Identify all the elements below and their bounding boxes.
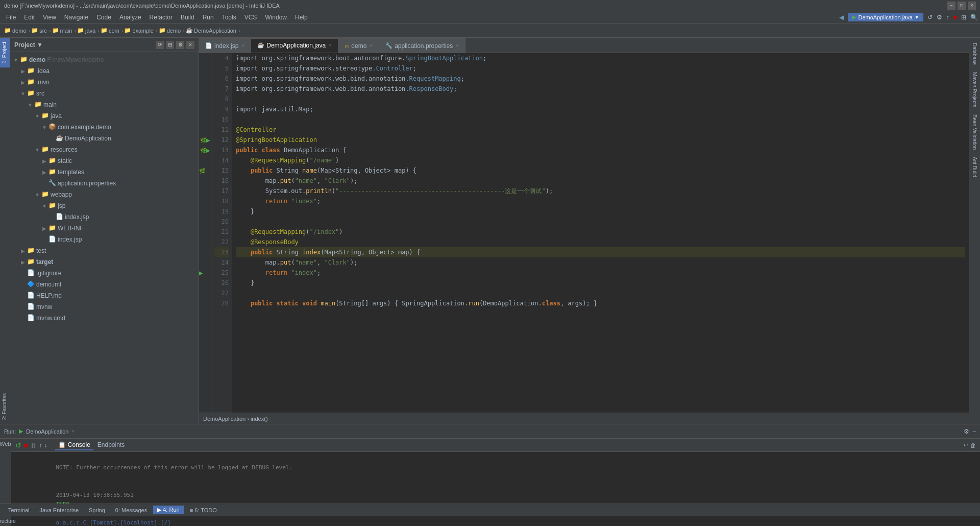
- right-tab-maven[interactable]: Maven Projects: [971, 69, 978, 110]
- tab-close-demoapplication[interactable]: ×: [329, 42, 332, 48]
- run-app-name[interactable]: DemoApplication: [26, 428, 68, 435]
- breadcrumb-src[interactable]: src: [39, 28, 47, 34]
- breadcrumb-demopkg[interactable]: demo: [167, 28, 181, 34]
- menu-vcs[interactable]: VCS: [240, 13, 261, 22]
- tree-item-demo[interactable]: ▼ 📁 demo F:\newMywork\demo: [10, 54, 199, 65]
- tree-item-target[interactable]: ▶ 📁 target: [10, 256, 199, 268]
- tab-close-demo[interactable]: ×: [370, 43, 373, 49]
- menu-navigate[interactable]: Navigate: [60, 13, 92, 22]
- tree-item-demo-iml[interactable]: 🔷 demo.iml: [10, 279, 199, 290]
- tree-item-idea[interactable]: ▶ 📁 .idea: [10, 65, 199, 77]
- menu-help[interactable]: Help: [291, 13, 312, 22]
- settings-run-icon[interactable]: ⚙: [964, 428, 969, 435]
- title-bar-buttons[interactable]: − □ ×: [947, 2, 976, 10]
- tree-item-appprops[interactable]: 🔧 application.properties: [10, 178, 199, 189]
- tab-endpoints[interactable]: Endpoints: [94, 440, 128, 450]
- close-button[interactable]: ×: [968, 2, 976, 10]
- tab-close-index-jsp[interactable]: ×: [241, 43, 244, 49]
- tree-item-static[interactable]: ▶ 📁 static: [10, 155, 199, 166]
- menu-build[interactable]: Build: [177, 13, 199, 22]
- breadcrumb-main[interactable]: main: [60, 28, 72, 34]
- menu-code[interactable]: Code: [92, 13, 115, 22]
- right-tab-database[interactable]: Database: [971, 40, 978, 68]
- run-app-icon[interactable]: ▶: [19, 428, 23, 435]
- maximize-button[interactable]: □: [958, 2, 966, 10]
- tree-item-webapp[interactable]: ▼ 📁 webapp: [10, 189, 199, 200]
- tab-close-appprops[interactable]: ×: [456, 43, 459, 49]
- tree-item-java[interactable]: ▼ 📁 java: [10, 110, 199, 122]
- breadcrumb-java[interactable]: java: [85, 28, 95, 34]
- tree-item-resources[interactable]: ▼ 📁 resources: [10, 144, 199, 155]
- breadcrumb-demo[interactable]: demo: [12, 28, 27, 34]
- tab-terminal[interactable]: Terminal: [4, 506, 34, 514]
- tree-item-mvnw[interactable]: 📄 mvnw: [10, 301, 199, 313]
- run-config-selector[interactable]: ▶ DemoApplication.java ▼: [848, 13, 923, 21]
- breadcrumb-com[interactable]: com: [109, 28, 119, 34]
- tab-todo[interactable]: ≡ 6: TODO: [186, 506, 221, 514]
- tree-item-gitignore[interactable]: 📄 .gitignore: [10, 268, 199, 279]
- search-everywhere-icon[interactable]: 🔍: [970, 14, 978, 21]
- clear-icon[interactable]: 🗑: [970, 442, 976, 448]
- run-icon-line28[interactable]: ▶: [199, 270, 203, 276]
- tab-index-jsp[interactable]: 📄 index.jsp ×: [199, 38, 251, 53]
- stop-icon[interactable]: ■: [953, 14, 957, 21]
- restart-button[interactable]: ↺: [15, 441, 21, 449]
- breadcrumb-demoapp[interactable]: DemoApplication: [194, 28, 236, 34]
- tree-item-main[interactable]: ▼ 📁 main: [10, 99, 199, 110]
- tab-java-enterprise[interactable]: Java Enterprise: [36, 506, 83, 514]
- tab-demoapplication-java[interactable]: ☕ DemoApplication.java ×: [251, 38, 338, 53]
- tree-item-webinf[interactable]: ▶ 📁 WEB-INF: [10, 223, 199, 234]
- menu-run[interactable]: Run: [199, 13, 218, 22]
- menu-edit[interactable]: Edit: [20, 13, 39, 22]
- bean-icon-line13[interactable]: 🌿: [200, 148, 206, 153]
- settings-icon[interactable]: ⚙: [937, 14, 942, 21]
- tree-item-mvn[interactable]: ▶ 📁 .mvn: [10, 77, 199, 88]
- web-tab[interactable]: Web: [0, 441, 11, 447]
- scroll-down-icon[interactable]: ↓: [44, 442, 47, 449]
- tree-item-test[interactable]: ▶ 📁 test: [10, 245, 199, 256]
- minimize-run-icon[interactable]: −: [972, 428, 976, 435]
- pause-button[interactable]: ⏸: [30, 441, 37, 449]
- run-icon-line13[interactable]: ▶: [206, 148, 210, 153]
- tree-item-package[interactable]: ▼ 📦 com.example.demo: [10, 122, 199, 133]
- tab-messages[interactable]: 0: Messages: [111, 506, 151, 514]
- collapse-icon[interactable]: ⊟: [166, 41, 174, 49]
- run-tab-close[interactable]: ×: [71, 428, 75, 434]
- layout-icon[interactable]: ⊞: [961, 14, 966, 21]
- tab-console[interactable]: 📋 Console: [55, 440, 93, 450]
- sidebar-tab-favorites[interactable]: 2: Favorites: [0, 389, 10, 424]
- menu-window[interactable]: Window: [261, 13, 291, 22]
- stop-run-button[interactable]: ■: [23, 441, 28, 449]
- tab-run-active[interactable]: ▶ 4: Run: [153, 506, 183, 514]
- tree-item-index-jsp-root[interactable]: 📄 index.jsp: [10, 234, 199, 245]
- sync-icon[interactable]: ⟳: [156, 41, 164, 49]
- run-icon-line12[interactable]: ▶: [206, 137, 210, 143]
- tab-spring[interactable]: Spring: [85, 506, 109, 514]
- tab-demo[interactable]: m demo ×: [338, 38, 379, 53]
- settings-project-icon[interactable]: ⚙: [176, 41, 184, 49]
- menu-view[interactable]: View: [39, 13, 60, 22]
- breadcrumb-example[interactable]: example: [132, 28, 154, 34]
- right-tab-ant[interactable]: Ant Build: [971, 154, 978, 180]
- menu-analyze[interactable]: Analyze: [115, 13, 145, 22]
- menu-tools[interactable]: Tools: [218, 13, 240, 22]
- minimize-button[interactable]: −: [947, 2, 955, 10]
- code-content[interactable]: import org.springframework.boot.autoconf…: [232, 53, 969, 413]
- right-tab-bean[interactable]: Bean Validation: [971, 111, 978, 153]
- wrap-icon[interactable]: ↩: [964, 442, 968, 448]
- back-button[interactable]: ◀: [839, 14, 844, 21]
- tree-item-demoapplication[interactable]: ☕ DemoApplication: [10, 133, 199, 144]
- tree-item-jsp-folder[interactable]: ▼ 📁 jsp: [10, 200, 199, 211]
- scroll-up-icon[interactable]: ↑: [39, 442, 42, 449]
- tab-application-properties[interactable]: 🔧 application.properties ×: [379, 38, 465, 53]
- close-project-icon[interactable]: ×: [186, 41, 194, 49]
- refresh-icon[interactable]: ↺: [927, 14, 933, 21]
- sidebar-tab-project[interactable]: 1: Project: [0, 38, 10, 67]
- share-icon[interactable]: ↑: [946, 14, 949, 21]
- tree-item-mvnw-cmd[interactable]: 📄 mvnw.cmd: [10, 313, 199, 324]
- menu-refactor[interactable]: Refactor: [145, 13, 177, 22]
- tree-item-src[interactable]: ▼ 📁 src: [10, 88, 199, 99]
- tree-item-help-md[interactable]: 📄 HELP.md: [10, 290, 199, 301]
- bean-icon-line12[interactable]: 🌿: [200, 137, 206, 143]
- menu-file[interactable]: File: [2, 13, 20, 22]
